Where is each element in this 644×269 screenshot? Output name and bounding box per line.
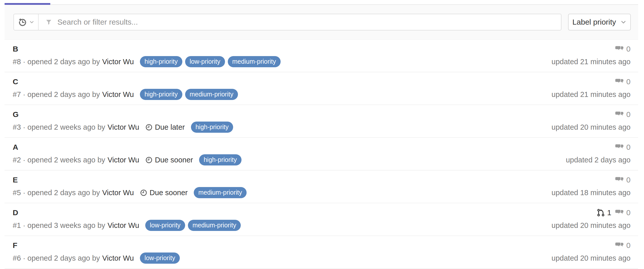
issue-side: 0 updated 18 minutes ago [552, 175, 631, 203]
issue-updated: updated 20 minutes ago [552, 221, 631, 230]
sort-dropdown-button[interactable]: Label priority [568, 14, 631, 30]
milestone-label: Due later [155, 123, 185, 131]
issue-title[interactable]: G [13, 110, 19, 119]
comments-icon [615, 45, 624, 53]
mr-count-group[interactable]: 1 [597, 208, 611, 217]
issue-title[interactable]: E [13, 176, 18, 184]
issue-title[interactable]: A [13, 143, 18, 152]
comments-icon [615, 242, 624, 249]
issue-updated: updated 21 minutes ago [552, 58, 631, 66]
issue-updated: updated 20 minutes ago [552, 123, 631, 131]
label-pill[interactable]: low-priority [140, 253, 180, 264]
issue-main: A #2 · opened 2 weeks ago by Victor Wu D… [13, 142, 241, 170]
comments-icon [615, 111, 624, 118]
issue-author[interactable]: Victor Wu [107, 221, 139, 230]
issue-title[interactable]: C [13, 77, 18, 86]
issue-side: 0 updated 20 minutes ago [552, 109, 631, 137]
filtered-search-box [13, 14, 561, 30]
issue-updated: updated 18 minutes ago [552, 189, 631, 197]
label-pill[interactable]: high-priority [191, 122, 233, 133]
recent-searches-button[interactable] [14, 14, 39, 30]
comment-count-group[interactable]: 0 [615, 45, 631, 53]
issue-labels: low-priority [140, 253, 180, 264]
issue-row: G #3 · opened 2 weeks ago by Victor Wu D… [5, 105, 638, 138]
comment-count: 0 [626, 110, 631, 119]
issue-labels: medium-priority [194, 187, 247, 198]
issue-title[interactable]: B [13, 45, 18, 53]
issue-main: C #7 · opened 2 days ago by Victor Wu hi… [13, 76, 238, 105]
issue-author[interactable]: Victor Wu [102, 58, 134, 66]
comments-icon [615, 176, 624, 184]
active-tab-indicator[interactable] [5, 3, 50, 5]
chevron-down-icon [29, 20, 34, 25]
comment-count-group[interactable]: 0 [615, 208, 631, 217]
issue-title[interactable]: F [13, 241, 17, 250]
issue-row: E #5 · opened 2 days ago by Victor Wu Du… [5, 171, 638, 203]
comment-count-group[interactable]: 0 [615, 241, 631, 250]
issue-main: E #5 · opened 2 days ago by Victor Wu Du… [13, 175, 247, 203]
issue-meta: #5 · opened 2 days ago by [13, 189, 100, 197]
label-pill[interactable]: low-priority [145, 220, 185, 231]
issue-side: 0 updated 20 minutes ago [552, 240, 631, 268]
issue-title[interactable]: D [13, 208, 18, 217]
issue-author[interactable]: Victor Wu [102, 254, 134, 262]
issue-row: D #1 · opened 3 weeks ago by Victor Wu l… [5, 203, 638, 236]
issue-author[interactable]: Victor Wu [107, 123, 139, 131]
issue-labels: high-prioritylow-prioritymedium-priority [140, 56, 281, 67]
issue-author[interactable]: Victor Wu [107, 156, 139, 164]
issue-row: A #2 · opened 2 weeks ago by Victor Wu D… [5, 138, 638, 171]
label-pill[interactable]: medium-priority [188, 220, 241, 231]
issue-labels: low-prioritymedium-priority [145, 220, 241, 231]
label-pill[interactable]: high-priority [140, 56, 182, 67]
issue-updated: updated 20 minutes ago [552, 254, 631, 262]
comment-count: 0 [626, 45, 631, 53]
issue-main: D #1 · opened 3 weeks ago by Victor Wu l… [13, 207, 241, 236]
label-pill[interactable]: medium-priority [185, 89, 238, 100]
issue-author[interactable]: Victor Wu [102, 189, 134, 197]
issue-side: 0 updated 21 minutes ago [552, 76, 631, 105]
issue-milestone[interactable]: Due sooner [140, 189, 188, 197]
sort-dropdown-label: Label priority [572, 18, 616, 26]
issue-side: 0 updated 2 days ago [566, 142, 631, 170]
issue-milestone[interactable]: Due sooner [145, 156, 193, 164]
comment-count-group[interactable]: 0 [615, 176, 631, 184]
chevron-down-icon [620, 19, 626, 25]
comments-icon [615, 144, 624, 151]
issue-main: B #8 · opened 2 days ago by Victor Wu hi… [13, 44, 281, 72]
label-pill[interactable]: low-priority [185, 56, 225, 67]
comment-count-group[interactable]: 0 [615, 77, 631, 86]
issue-meta: #7 · opened 2 days ago by [13, 90, 100, 99]
filter-funnel-icon [45, 19, 52, 26]
issue-main: F #6 · opened 2 days ago by Victor Wu lo… [13, 240, 180, 268]
label-pill[interactable]: high-priority [199, 154, 241, 165]
search-input[interactable] [57, 18, 561, 26]
issue-main: G #3 · opened 2 weeks ago by Victor Wu D… [13, 109, 233, 137]
issue-labels: high-prioritymedium-priority [140, 89, 238, 100]
issue-row: B #8 · opened 2 days ago by Victor Wu hi… [5, 40, 638, 72]
comment-count: 0 [626, 176, 631, 184]
issue-labels: high-priority [199, 154, 241, 165]
comment-count-group[interactable]: 0 [615, 110, 631, 119]
milestone-label: Due sooner [150, 189, 188, 197]
history-icon [18, 18, 27, 27]
issue-labels: high-priority [191, 122, 233, 133]
issue-meta: #6 · opened 2 days ago by [13, 254, 100, 262]
issues-list: B #8 · opened 2 days ago by Victor Wu hi… [5, 40, 638, 269]
comment-count: 0 [626, 241, 631, 250]
issue-meta: #2 · opened 2 weeks ago by [13, 156, 105, 164]
issue-milestone[interactable]: Due later [145, 123, 185, 131]
issue-meta: #3 · opened 2 weeks ago by [13, 123, 105, 131]
issue-author[interactable]: Victor Wu [102, 90, 134, 99]
comment-count: 0 [626, 77, 631, 86]
filter-bar: Label priority [5, 5, 638, 40]
label-pill[interactable]: high-priority [140, 89, 182, 100]
comments-icon [615, 78, 624, 86]
milestone-label: Due sooner [155, 156, 193, 164]
issue-row: C #7 · opened 2 days ago by Victor Wu hi… [5, 72, 638, 105]
issue-row: F #6 · opened 2 days ago by Victor Wu lo… [5, 236, 638, 269]
label-pill[interactable]: medium-priority [228, 56, 281, 67]
comment-count-group[interactable]: 0 [615, 143, 631, 152]
label-pill[interactable]: medium-priority [194, 187, 247, 198]
clock-icon [140, 189, 147, 196]
issue-updated: updated 2 days ago [566, 156, 631, 164]
